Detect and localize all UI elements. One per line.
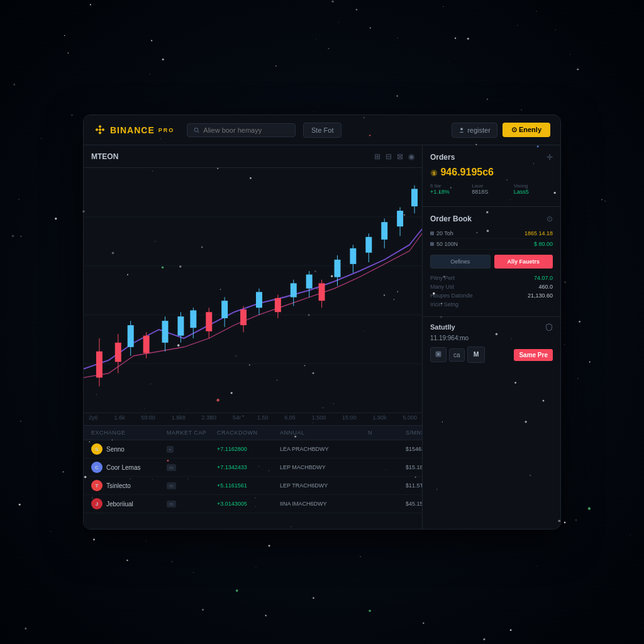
svg-rect-27 bbox=[128, 325, 134, 347]
change-0: +7.1162800 bbox=[217, 446, 280, 452]
security-header: Satutlly bbox=[430, 323, 553, 331]
col-annual: Annual bbox=[280, 430, 368, 436]
x-label-1: 1.6k bbox=[114, 414, 125, 424]
detail-row-2: Houpes Datonde 21,130.60 bbox=[430, 291, 553, 300]
x-label-7: 6.05 bbox=[284, 414, 296, 424]
x-label-9: 15:00 bbox=[342, 414, 357, 424]
security-title: Satutlly bbox=[430, 323, 455, 331]
app-name: BINANCE bbox=[110, 125, 155, 135]
desc-1: LEP MACHBDWY bbox=[280, 464, 368, 470]
col-n: N bbox=[368, 430, 406, 436]
orders-title: Orders bbox=[430, 153, 455, 162]
filter-button[interactable]: Ste Fot bbox=[303, 123, 341, 138]
action-btn-ca[interactable]: ca bbox=[449, 348, 465, 362]
chart-icon-2[interactable]: ⊟ bbox=[386, 152, 392, 161]
svg-rect-19 bbox=[206, 312, 212, 331]
chart-title: MTEON bbox=[91, 152, 118, 161]
x-label-0: 2y6 bbox=[89, 414, 98, 424]
svg-rect-23 bbox=[275, 298, 281, 312]
ob-dot-1 bbox=[430, 242, 434, 246]
rank-3: m bbox=[167, 501, 217, 507]
order-book-title: Order Book bbox=[430, 214, 472, 223]
candlestick-chart bbox=[84, 168, 422, 413]
register-button[interactable]: register bbox=[452, 123, 497, 138]
chart-controls: ⊞ ⊟ ⊠ ◉ bbox=[374, 152, 414, 161]
svg-rect-33 bbox=[190, 310, 196, 328]
sell-button[interactable]: Ally Fauetrs bbox=[494, 255, 553, 269]
app-window: BINANCE PRO Ste Fot register ⊙ Enenly bbox=[83, 114, 561, 530]
desc-2: LEP TRACH6DWY bbox=[280, 482, 368, 489]
desc-0: LEA PRACHBDWY bbox=[280, 446, 368, 452]
svg-text:M: M bbox=[473, 350, 479, 358]
table-row: T Tsinlecto m +5.1161561 LEP TRACH6DWY $… bbox=[84, 477, 422, 495]
search-input[interactable] bbox=[203, 126, 289, 134]
svg-rect-43 bbox=[335, 260, 341, 277]
svg-rect-47 bbox=[365, 237, 372, 253]
x-label-8: 1.500 bbox=[312, 414, 326, 424]
coin-icon-1: C bbox=[91, 462, 103, 473]
chart-x-labels: 2y6 1.6k 59:00 1.8k8 2.3B0 54r 1.50 6.05… bbox=[84, 413, 422, 425]
col-marketcap: Market Cap bbox=[167, 430, 217, 436]
header: BINANCE PRO Ste Fot register ⊙ Enenly bbox=[84, 115, 560, 145]
coin-name-1: C Coor Lemas bbox=[91, 462, 167, 473]
x-label-10: 1.90k bbox=[373, 414, 387, 424]
svg-rect-45 bbox=[350, 248, 356, 264]
action-icon-ti: ti bbox=[435, 350, 442, 358]
rank-0: • bbox=[167, 446, 217, 452]
action-buttons: ti ca M Same Pre bbox=[430, 347, 553, 363]
x-label-11: 5.000 bbox=[402, 414, 417, 424]
chart-icon-1[interactable]: ⊞ bbox=[374, 152, 380, 161]
right-panel: Orders ✛ $ 946.9195c6 6 itar +1.18% bbox=[422, 145, 560, 529]
trade-buttons: Oefines Ally Fauetrs bbox=[430, 255, 553, 269]
ob-dot-0 bbox=[430, 231, 434, 235]
ob-label-0: 20 Toh bbox=[436, 230, 453, 236]
login-button[interactable]: ⊙ Enenly bbox=[502, 123, 550, 137]
coin-icon-0: S bbox=[91, 443, 103, 455]
svg-rect-21 bbox=[240, 309, 247, 325]
desc-3: IINA IMACH6DWY bbox=[280, 501, 368, 507]
svg-rect-51 bbox=[397, 211, 403, 226]
svg-rect-41 bbox=[306, 274, 313, 288]
chart-icon-3[interactable]: ⊠ bbox=[397, 152, 403, 161]
x-label-4: 2.3B0 bbox=[202, 414, 217, 424]
buy-button[interactable]: Oefines bbox=[430, 255, 491, 269]
register-icon bbox=[458, 127, 465, 133]
price-0: $154632A bbox=[406, 446, 422, 452]
coin-name-2: T Tsinlecto bbox=[91, 480, 167, 491]
svg-marker-1 bbox=[96, 128, 99, 131]
price-1: $15.18622 bbox=[406, 464, 422, 470]
svg-text:ti: ti bbox=[438, 352, 440, 356]
orders-header: Orders ✛ bbox=[430, 153, 553, 162]
coin-icon-3: J bbox=[91, 498, 103, 509]
coin-icon-2: T bbox=[91, 480, 103, 491]
orders-plus-icon[interactable]: ✛ bbox=[547, 153, 553, 162]
binance-logo-icon bbox=[94, 124, 106, 136]
x-label-5: 54r bbox=[233, 414, 241, 424]
table-row: S Senno • +7.1162800 LEA PRACHBDWY $1546… bbox=[84, 440, 422, 458]
header-right: register ⊙ Enenly bbox=[452, 123, 550, 138]
orders-section: Orders ✛ $ 946.9195c6 6 itar +1.18% bbox=[423, 145, 560, 207]
col-share: S/MNSTUR bbox=[406, 430, 422, 436]
svg-rect-53 bbox=[411, 189, 418, 206]
price-3: $45.15022 bbox=[406, 501, 422, 507]
chart-icon-4[interactable]: ◉ bbox=[408, 152, 414, 161]
order-book-header: Order Book ⊙ bbox=[430, 214, 553, 223]
order-book-icon[interactable]: ⊙ bbox=[547, 214, 553, 223]
change-3: +3.0143005 bbox=[217, 501, 280, 507]
x-label-6: 1.50 bbox=[257, 414, 269, 424]
price-2: $11.5TON bbox=[406, 482, 422, 489]
search-bar[interactable] bbox=[187, 123, 296, 137]
logo: BINANCE PRO bbox=[94, 124, 174, 136]
same-pre-button[interactable]: Same Pre bbox=[514, 349, 553, 361]
main-content: MTEON ⊞ ⊟ ⊠ ◉ bbox=[84, 145, 560, 529]
action-btn-m[interactable]: M bbox=[467, 347, 485, 363]
svg-rect-15 bbox=[115, 343, 121, 362]
svg-rect-49 bbox=[381, 222, 387, 240]
stat-item-2: Voong Lass5 bbox=[514, 183, 553, 195]
detail-row-0: Pitny Pert 74.07.0 bbox=[430, 274, 553, 282]
change-1: +7.1342433 bbox=[217, 464, 280, 470]
action-btn-ti[interactable]: ti bbox=[430, 347, 447, 362]
security-section: Satutlly 11.19:964:mo ti ca bbox=[423, 317, 560, 369]
col-crackdown: Crackdown bbox=[217, 430, 280, 436]
chart-canvas bbox=[84, 168, 422, 413]
